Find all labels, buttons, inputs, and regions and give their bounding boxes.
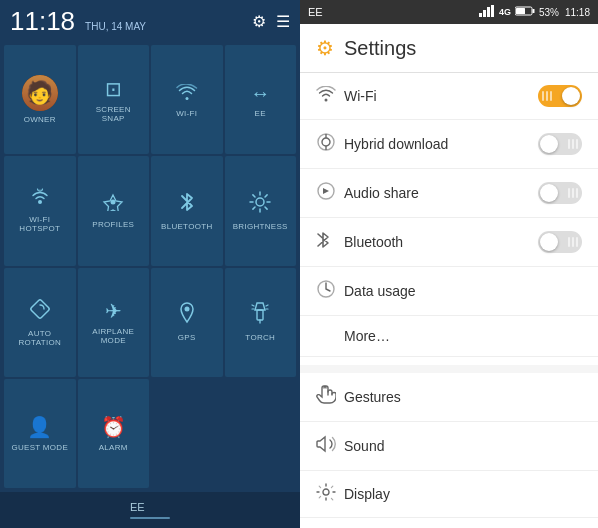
settings-item-more[interactable]: More… — [300, 316, 598, 357]
sound-icon — [316, 434, 344, 458]
settings-item-gestures[interactable]: Gestures — [300, 373, 598, 422]
menu-icon[interactable]: ☰ — [276, 12, 290, 31]
tile-profiles[interactable]: PROFILES — [78, 156, 150, 265]
wifi-toggle[interactable] — [538, 85, 582, 107]
hybrid-toggle-lines — [568, 139, 578, 149]
home-indicator[interactable] — [130, 517, 170, 519]
audio-share-label: Audio share — [344, 185, 538, 201]
signal-bars-icon — [479, 5, 495, 19]
battery-percent: 53% — [539, 7, 559, 18]
tile-owner[interactable]: 🧑 OWNER — [4, 45, 76, 154]
display-label: Display — [344, 486, 582, 502]
settings-gear-icon: ⚙ — [316, 36, 334, 60]
guest-mode-icon: 👤 — [27, 415, 52, 439]
right-status-icons: 4G 53% 11:18 — [479, 5, 590, 19]
tile-empty-2 — [225, 379, 297, 488]
svg-rect-23 — [491, 5, 494, 17]
settings-icon[interactable]: ⚙ — [252, 12, 266, 31]
svg-point-2 — [111, 199, 116, 204]
settings-item-data-usage[interactable]: Data usage — [300, 267, 598, 316]
network-type-icon: 4G — [499, 7, 511, 17]
profiles-icon — [102, 193, 124, 216]
status-bar-left: 11:18 THU, 14 MAY ⚙ ☰ — [0, 0, 300, 41]
time-display: 11:18 — [10, 6, 75, 37]
settings-item-wifi[interactable]: Wi-Fi — [300, 73, 598, 120]
hybrid-toggle[interactable] — [538, 133, 582, 155]
tile-bluetooth-label: BLUETOOTH — [161, 222, 212, 231]
tile-wifi[interactable]: WI-FI — [151, 45, 223, 154]
hybrid-setting-label: Hybrid download — [344, 136, 538, 152]
sound-label: Sound — [344, 438, 582, 454]
settings-item-sound[interactable]: Sound — [300, 422, 598, 471]
svg-point-34 — [323, 489, 329, 495]
tile-owner-label: OWNER — [24, 115, 56, 124]
settings-item-audio-share[interactable]: Audio share — [300, 169, 598, 218]
status-icons-left: ⚙ ☰ — [252, 12, 290, 31]
tile-brightness[interactable]: BRIGHTNESS — [225, 156, 297, 265]
svg-rect-26 — [516, 8, 525, 14]
tile-ee[interactable]: ↔ EE — [225, 45, 297, 154]
wifi-setting-icon — [316, 86, 344, 106]
settings-item-hybrid[interactable]: Hybrid download — [300, 120, 598, 169]
tile-alarm-label: ALARM — [99, 443, 128, 452]
date-display: THU, 14 MAY — [85, 21, 146, 32]
wifi-icon — [176, 82, 198, 105]
tile-ee-label: EE — [255, 109, 266, 118]
tile-alarm[interactable]: ⏰ ALARM — [78, 379, 150, 488]
left-panel: 11:18 THU, 14 MAY ⚙ ☰ 🧑 OWNER ⊡ SCREENSN… — [0, 0, 300, 528]
tile-airplane-mode-label: AIRPLANEMODE — [92, 327, 134, 345]
bottom-carrier-label: EE — [130, 501, 145, 513]
svg-rect-14 — [257, 310, 263, 320]
tile-bluetooth[interactable]: BLUETOOTH — [151, 156, 223, 265]
audio-share-toggle-lines — [568, 188, 578, 198]
tile-torch-label: TORCH — [245, 333, 275, 342]
torch-icon — [251, 302, 269, 329]
bluetooth-toggle-knob — [540, 233, 558, 251]
bluetooth-toggle[interactable] — [538, 231, 582, 253]
svg-rect-12 — [30, 299, 50, 319]
settings-item-display[interactable]: Display — [300, 471, 598, 518]
bottom-bar: EE — [0, 492, 300, 528]
display-icon — [316, 483, 344, 505]
tile-wifi-hotspot[interactable]: WI-FIHOTSPOT — [4, 156, 76, 265]
svg-line-11 — [265, 195, 267, 197]
tile-wifi-label: WI-FI — [176, 109, 197, 118]
tile-screen-snap[interactable]: ⊡ SCREENSNAP — [78, 45, 150, 154]
tile-guest-mode-label: GUEST MODE — [11, 443, 68, 452]
svg-point-0 — [38, 200, 42, 204]
gestures-label: Gestures — [344, 389, 582, 405]
tile-auto-rotation[interactable]: AUTOROTATION — [4, 268, 76, 377]
battery-icon — [515, 6, 535, 18]
svg-line-17 — [266, 305, 268, 306]
settings-section-device: Gestures Sound — [300, 373, 598, 518]
data-usage-label: Data usage — [344, 283, 582, 299]
right-panel: EE 4G 53% 11:18 ⚙ — [300, 0, 598, 528]
more-label: More… — [344, 328, 582, 344]
tile-guest-mode[interactable]: 👤 GUEST MODE — [4, 379, 76, 488]
tile-torch[interactable]: TORCH — [225, 268, 297, 377]
wifi-toggle-knob — [562, 87, 580, 105]
right-carrier: EE — [308, 6, 323, 18]
tile-airplane-mode[interactable]: ✈ AIRPLANEMODE — [78, 268, 150, 377]
svg-line-10 — [253, 207, 255, 209]
settings-item-bluetooth[interactable]: Bluetooth — [300, 218, 598, 267]
airplane-mode-icon: ✈ — [105, 299, 122, 323]
svg-point-3 — [256, 198, 264, 206]
tile-profiles-label: PROFILES — [92, 220, 134, 229]
audio-share-toggle[interactable] — [538, 182, 582, 204]
tile-gps-label: GPS — [178, 333, 196, 342]
settings-list: Wi-Fi — [300, 73, 598, 528]
svg-rect-25 — [532, 9, 534, 13]
tile-brightness-label: BRIGHTNESS — [233, 222, 288, 231]
svg-rect-22 — [487, 7, 490, 17]
tile-auto-rotation-label: AUTOROTATION — [18, 329, 61, 347]
svg-point-27 — [325, 99, 328, 102]
bluetooth-setting-icon — [316, 230, 344, 254]
audio-share-icon — [316, 181, 344, 205]
svg-line-9 — [265, 207, 267, 209]
screen-snap-icon: ⊡ — [105, 77, 122, 101]
bluetooth-setting-label: Bluetooth — [344, 234, 538, 250]
svg-point-29 — [322, 138, 330, 146]
tile-gps[interactable]: GPS — [151, 268, 223, 377]
audio-share-toggle-knob — [540, 184, 558, 202]
